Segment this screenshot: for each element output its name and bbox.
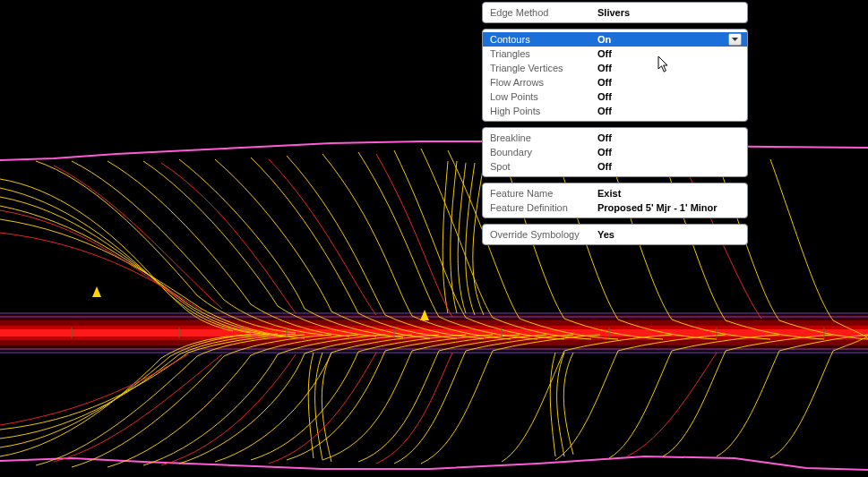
row-feature-name[interactable]: Feature NameExist <box>483 186 747 200</box>
flow-arrows-label: Flow Arrows <box>490 77 597 88</box>
contours-value: On <box>597 34 740 45</box>
panel-feature: Feature NameExistFeature DefinitionPropo… <box>482 183 748 218</box>
row-triangle-vertices[interactable]: Triangle VerticesOff <box>483 61 747 75</box>
feature-name-value: Exist <box>597 188 740 199</box>
contours-label: Contours <box>490 34 597 45</box>
feature-definition-label: Feature Definition <box>490 202 597 213</box>
override-symbology-label: Override Symbology <box>490 229 597 240</box>
panel-edge-method: Edge Method Slivers <box>482 2 748 23</box>
triangle-vertices-value: Off <box>597 63 740 73</box>
panel-display-toggles: ContoursOnTrianglesOffTriangle VerticesO… <box>482 29 748 122</box>
chevron-down-icon <box>732 38 738 41</box>
low-points-label: Low Points <box>490 91 597 102</box>
row-feature-definition[interactable]: Feature DefinitionProposed 5' Mjr - 1' M… <box>483 200 747 215</box>
row-override-symbology[interactable]: Override Symbology Yes <box>483 227 747 242</box>
boundary-value: Off <box>597 147 740 158</box>
high-points-label: High Points <box>490 106 597 116</box>
triangles-value: Off <box>597 48 740 59</box>
high-points-value: Off <box>597 106 740 116</box>
feature-definition-value: Proposed 5' Mjr - 1' Minor <box>597 202 740 213</box>
spot-label: Spot <box>490 161 597 172</box>
breakline-value: Off <box>597 132 740 143</box>
flow-arrows-value: Off <box>597 77 740 88</box>
row-edge-method[interactable]: Edge Method Slivers <box>483 5 747 20</box>
row-low-points[interactable]: Low PointsOff <box>483 89 747 104</box>
row-breakline[interactable]: BreaklineOff <box>483 131 747 145</box>
row-spot[interactable]: SpotOff <box>483 159 747 174</box>
boundary-label: Boundary <box>490 147 597 158</box>
feature-name-label: Feature Name <box>490 188 597 199</box>
spot-value: Off <box>597 161 740 172</box>
triangle-vertices-label: Triangle Vertices <box>490 63 597 73</box>
edge-method-label: Edge Method <box>490 7 597 18</box>
low-points-value: Off <box>597 91 740 102</box>
panel-override: Override Symbology Yes <box>482 224 748 245</box>
edge-method-value: Slivers <box>597 7 740 18</box>
properties-overlay: Edge Method Slivers ContoursOnTrianglesO… <box>482 2 748 245</box>
breakline-label: Breakline <box>490 132 597 143</box>
row-contours[interactable]: ContoursOn <box>483 32 747 47</box>
row-flow-arrows[interactable]: Flow ArrowsOff <box>483 75 747 89</box>
row-triangles[interactable]: TrianglesOff <box>483 47 747 61</box>
triangles-label: Triangles <box>490 48 597 59</box>
row-high-points[interactable]: High PointsOff <box>483 104 747 118</box>
override-symbology-value: Yes <box>597 229 740 240</box>
row-boundary[interactable]: BoundaryOff <box>483 145 747 159</box>
panel-breakline: BreaklineOffBoundaryOffSpotOff <box>482 127 748 177</box>
contours-dropdown-button[interactable] <box>728 33 742 46</box>
